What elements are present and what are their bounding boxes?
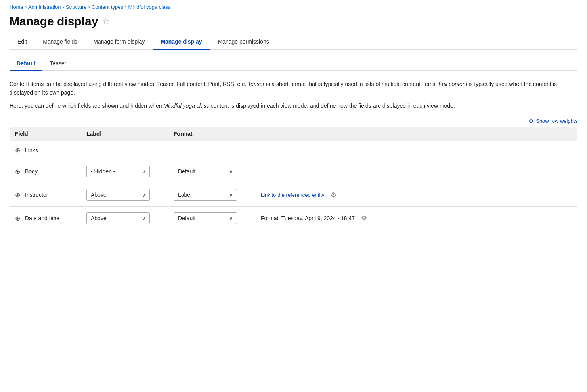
breadcrumb: Home › Administration › Structure › Cont…: [10, 0, 577, 13]
breadcrumb-home[interactable]: Home: [10, 4, 23, 10]
table-row: ⊕ Body - Hidden - Above Inline Visually …: [10, 160, 577, 183]
breadcrumb-mindful-yoga[interactable]: Mindful yoga class: [128, 4, 170, 10]
field-links-format-cell: [168, 141, 255, 160]
fields-table: Field Label Format ⊕ Links ⊕ Body: [10, 127, 577, 230]
show-row-weights-label: Show row weights: [536, 118, 577, 124]
description-para1-start: Content items can be displayed using dif…: [10, 81, 248, 87]
breadcrumb-administration[interactable]: Administration: [28, 4, 61, 10]
description-para2-start: Here, you can define which fields are sh…: [10, 103, 163, 109]
field-links-actions-cell: [255, 141, 577, 160]
drag-handle-date[interactable]: ⊕: [15, 215, 20, 222]
description-teaser-italic: Teaser: [248, 81, 264, 87]
subtab-default[interactable]: Default: [10, 57, 42, 71]
breadcrumb-structure[interactable]: Structure: [66, 4, 87, 10]
instructor-label-select-wrapper[interactable]: Above - Hidden - Inline Visually hidden: [86, 189, 150, 201]
description-block: Content items can be displayed using dif…: [10, 80, 577, 110]
instructor-format-select[interactable]: Label Default: [174, 189, 237, 201]
description-fullcontent-italic: Full content: [438, 81, 467, 87]
description-para1-mid: is a short format that is typically used…: [264, 81, 438, 87]
field-body-label: Body: [25, 168, 38, 175]
page-title-row: Manage display ☆: [10, 15, 577, 28]
drag-handle-body[interactable]: ⊕: [15, 168, 20, 175]
table-header-row: Field Label Format: [10, 127, 577, 141]
description-content-type-italic: Mindful yoga class: [163, 103, 209, 109]
field-body-label-cell[interactable]: - Hidden - Above Inline Visually hidden: [81, 160, 168, 183]
tab-manage-display[interactable]: Manage display: [153, 34, 210, 50]
favorite-star-icon[interactable]: ☆: [102, 16, 110, 27]
body-label-select[interactable]: - Hidden - Above Inline Visually hidden: [86, 166, 150, 177]
table-row: ⊕ Date and time Above - Hidden - Inline …: [10, 207, 577, 230]
eye-icon: ⊙: [528, 117, 533, 124]
date-format-select-wrapper[interactable]: Default Long Medium Short: [174, 212, 237, 224]
tab-manage-permissions[interactable]: Manage permissions: [210, 34, 277, 49]
col-header-field: Field: [10, 127, 81, 141]
body-format-select[interactable]: Default: [174, 166, 237, 177]
instructor-format-select-wrapper[interactable]: Label Default: [174, 189, 237, 201]
field-date-label-cell[interactable]: Above - Hidden - Inline Visually hidden: [81, 207, 168, 230]
tab-manage-form-display[interactable]: Manage form display: [85, 34, 153, 49]
instructor-gear-button[interactable]: ⚙: [329, 190, 338, 200]
field-instructor-format-cell[interactable]: Label Default: [168, 183, 255, 207]
breadcrumb-content-types[interactable]: Content types: [92, 4, 123, 10]
tab-manage-fields[interactable]: Manage fields: [35, 34, 85, 49]
field-date-format-cell[interactable]: Default Long Medium Short: [168, 207, 255, 230]
field-date-actions-cell: Format: Tuesday, April 9, 2024 - 18:47 ⚙: [255, 207, 577, 230]
table-row: ⊕ Instructor Above - Hidden - Inline Vis…: [10, 183, 577, 207]
drag-handle-instructor[interactable]: ⊕: [15, 191, 20, 199]
field-body-cell: ⊕ Body: [10, 160, 81, 183]
page-title: Manage display: [10, 15, 98, 28]
date-label-select[interactable]: Above - Hidden - Inline Visually hidden: [86, 212, 150, 224]
date-format-info: Format: Tuesday, April 9, 2024 - 18:47: [261, 215, 355, 221]
tab-edit[interactable]: Edit: [10, 34, 35, 49]
field-links-label-cell: [81, 141, 168, 160]
field-date-label: Date and time: [25, 215, 59, 221]
field-body-actions-cell: [255, 160, 577, 183]
col-header-format: Format: [168, 127, 255, 141]
main-tabs: Edit Manage fields Manage form display M…: [10, 34, 577, 50]
instructor-format-link[interactable]: Link to the referenced entity: [261, 192, 324, 198]
col-header-actions: [255, 127, 577, 141]
date-gear-button[interactable]: ⚙: [359, 213, 369, 223]
show-row-weights-button[interactable]: ⊙ Show row weights: [10, 117, 577, 124]
field-body-format-cell[interactable]: Default: [168, 160, 255, 183]
description-para2-end: content is displayed in each view mode, …: [209, 103, 455, 109]
instructor-label-select[interactable]: Above - Hidden - Inline Visually hidden: [86, 189, 150, 201]
table-row: ⊕ Links: [10, 141, 577, 160]
field-instructor-label: Instructor: [25, 192, 48, 198]
field-date-cell: ⊕ Date and time: [10, 207, 81, 230]
field-instructor-actions-cell: Link to the referenced entity ⚙: [255, 183, 577, 207]
body-label-select-wrapper[interactable]: - Hidden - Above Inline Visually hidden: [86, 166, 150, 177]
drag-handle-links[interactable]: ⊕: [15, 147, 20, 154]
field-instructor-cell: ⊕ Instructor: [10, 183, 81, 207]
subtab-teaser[interactable]: Teaser: [42, 57, 73, 70]
field-links-label: Links: [25, 147, 38, 154]
date-label-select-wrapper[interactable]: Above - Hidden - Inline Visually hidden: [86, 212, 150, 224]
date-format-select[interactable]: Default Long Medium Short: [174, 212, 237, 224]
body-format-select-wrapper[interactable]: Default: [174, 166, 237, 177]
col-header-label: Label: [81, 127, 168, 141]
subtabs: Default Teaser: [10, 57, 577, 71]
field-links-cell: ⊕ Links: [10, 141, 81, 160]
field-instructor-label-cell[interactable]: Above - Hidden - Inline Visually hidden: [81, 183, 168, 207]
